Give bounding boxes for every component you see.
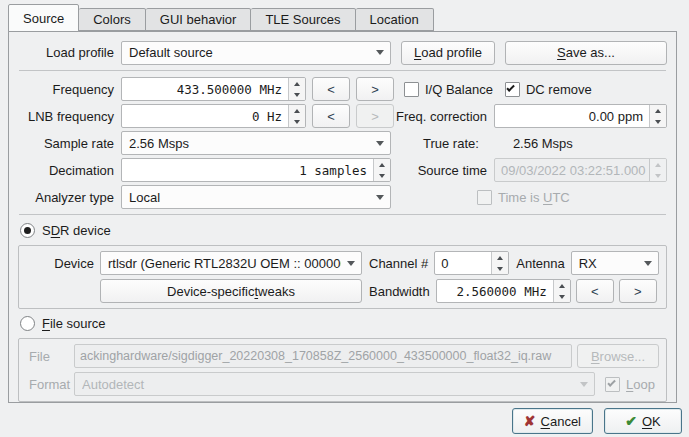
format-label: Format	[26, 377, 74, 392]
spin-buttons[interactable]	[288, 78, 305, 100]
bandwidth-spinbox[interactable]: 2.560000 MHz	[436, 279, 571, 303]
spin-up-icon[interactable]	[650, 105, 666, 116]
decimation-row: Decimation 1 samples Source time 09/03/2…	[18, 158, 667, 182]
spin-up-icon	[650, 159, 666, 170]
tab-colors[interactable]: Colors	[79, 8, 146, 31]
dc-remove-label: DC remove	[526, 82, 592, 97]
file-row: File ackinghardware/sigdigger_20220308_1…	[26, 344, 659, 368]
true-rate-value: 2.56 Msps	[513, 136, 573, 151]
true-rate-label: True rate:	[423, 136, 479, 151]
time-is-utc-label: Time is UTC	[498, 190, 570, 205]
load-profile-button[interactable]: Load profile	[401, 41, 495, 65]
checkbox-box	[605, 377, 620, 392]
spin-buttons[interactable]	[373, 159, 390, 181]
tab-tle-sources[interactable]: TLE Sources	[251, 8, 355, 31]
spin-down-icon[interactable]	[289, 116, 305, 127]
dc-remove-checkbox[interactable]: DC remove	[505, 82, 592, 97]
spin-down-icon[interactable]	[289, 89, 305, 100]
bandwidth-step-up-button[interactable]: >	[619, 279, 657, 303]
tab-location[interactable]: Location	[356, 8, 434, 31]
browse-button: Browse...	[577, 344, 659, 368]
freq-correction-value: 0.00 ppm	[495, 105, 649, 127]
spin-up-icon[interactable]	[554, 280, 570, 291]
frequency-step-up-button[interactable]: >	[356, 77, 394, 101]
format-combo: Autodetect	[74, 372, 595, 396]
frequency-row: Frequency 433.500000 MHz < > I/Q Balance…	[18, 77, 667, 101]
save-as-button[interactable]: Save as...	[505, 41, 667, 65]
channel-label: Channel #	[362, 256, 434, 271]
file-source-frame: File ackinghardware/sigdigger_20220308_1…	[18, 338, 667, 402]
bandwidth-step-down-button[interactable]: <	[576, 279, 614, 303]
file-path-field: ackinghardware/sigdigger_20220308_170858…	[74, 344, 572, 368]
analyzer-type-label: Analyzer type	[18, 190, 121, 205]
tab-source[interactable]: Source	[8, 4, 79, 32]
analyzer-type-value: Local	[129, 190, 370, 205]
source-time-label: Source time	[391, 163, 494, 178]
dialog-footer: ✘ Cancel ✔ OK	[512, 408, 682, 434]
spin-up-icon[interactable]	[492, 252, 508, 263]
frequency-step-down-button[interactable]: <	[312, 77, 350, 101]
decimation-value: 1 samples	[122, 159, 373, 181]
iq-balance-checkbox[interactable]: I/Q Balance	[404, 82, 493, 97]
lnb-step-down-button[interactable]: <	[312, 104, 350, 128]
load-profile-row: Load profile Default source Load profile…	[18, 40, 667, 65]
spin-buttons[interactable]	[491, 252, 508, 274]
spin-buttons[interactable]	[553, 280, 570, 302]
lnb-frequency-spinbox[interactable]: 0 Hz	[121, 104, 306, 128]
radio-button[interactable]	[20, 223, 35, 238]
check-icon	[507, 83, 515, 91]
sdr-device-radio[interactable]: SDR device	[20, 221, 667, 240]
file-source-label: File source	[42, 316, 106, 331]
lnb-step-up-button: >	[356, 104, 394, 128]
analyzer-type-combo[interactable]: Local	[121, 185, 391, 209]
loop-label: Loop	[626, 377, 655, 392]
checkbox-box[interactable]	[404, 82, 419, 97]
spin-down-icon[interactable]	[374, 170, 390, 181]
spin-down-icon[interactable]	[554, 291, 570, 302]
bandwidth-label: Bandwidth	[362, 284, 436, 299]
decimation-spinbox[interactable]: 1 samples	[121, 158, 391, 182]
freq-correction-label: Freq. correction	[394, 109, 494, 124]
freq-correction-spinbox[interactable]: 0.00 ppm	[494, 104, 667, 128]
radio-button[interactable]	[20, 316, 35, 331]
format-value: Autodetect	[82, 377, 574, 392]
antenna-value: RX	[579, 256, 638, 271]
file-source-radio[interactable]: File source	[20, 314, 667, 333]
cancel-button-label: Cancel	[541, 414, 581, 429]
spin-down-icon[interactable]	[492, 263, 508, 274]
spin-buttons[interactable]	[288, 105, 305, 127]
combo-arrow-icon	[370, 50, 390, 55]
ok-button[interactable]: ✔ OK	[604, 408, 682, 434]
time-is-utc-checkbox: Time is UTC	[477, 190, 570, 205]
combo-arrow-icon	[370, 141, 390, 146]
tab-gui-behavior[interactable]: GUI behavior	[146, 8, 252, 31]
sample-rate-row: Sample rate 2.56 Msps True rate: 2.56 Ms…	[18, 131, 667, 155]
checkbox-box	[477, 190, 492, 205]
checkbox-box[interactable]	[505, 82, 520, 97]
antenna-label: Antenna	[509, 256, 570, 271]
format-row: Format Autodetect Loop	[26, 372, 659, 396]
device-specific-tweaks-button[interactable]: Device-specific tweaks	[100, 279, 362, 303]
bandwidth-row: Device-specific tweaks Bandwidth 2.56000…	[26, 279, 659, 303]
cancel-x-icon: ✘	[524, 413, 536, 429]
spin-buttons[interactable]	[649, 105, 666, 127]
separator	[19, 70, 666, 71]
device-combo[interactable]: rtlsdr (Generic RTL2832U OEM :: 00000001…	[100, 251, 362, 275]
cancel-button[interactable]: ✘ Cancel	[512, 408, 593, 434]
ok-check-icon: ✔	[625, 413, 637, 429]
radio-dot-icon	[24, 227, 31, 234]
profile-combo[interactable]: Default source	[121, 41, 391, 65]
spin-up-icon[interactable]	[289, 78, 305, 89]
spin-down-icon[interactable]	[650, 116, 666, 127]
lnb-frequency-label: LNB frequency	[18, 109, 121, 124]
analyzer-type-row: Analyzer type Local Time is UTC	[18, 185, 667, 209]
frequency-spinbox[interactable]: 433.500000 MHz	[121, 77, 306, 101]
channel-spinbox[interactable]: 0	[434, 251, 509, 275]
source-time-value: 09/03/2022 03:22:51.000	[495, 159, 649, 181]
file-path-value: ackinghardware/sigdigger_20220308_170858…	[80, 349, 551, 363]
spin-up-icon[interactable]	[289, 105, 305, 116]
iq-balance-label: I/Q Balance	[425, 82, 493, 97]
spin-up-icon[interactable]	[374, 159, 390, 170]
sample-rate-combo[interactable]: 2.56 Msps	[121, 131, 391, 155]
antenna-combo[interactable]: RX	[571, 251, 659, 275]
